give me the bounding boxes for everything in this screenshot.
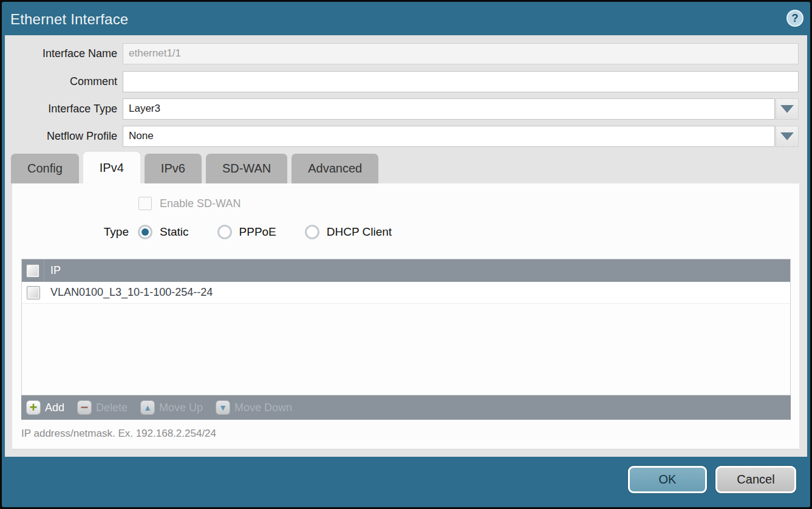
tab-strip: Config IPv4 IPv6 SD-WAN Advanced [11, 154, 378, 183]
ethernet-interface-dialog: Ethernet Interface ? Interface Name Comm… [2, 2, 810, 507]
move-up-button[interactable]: ▲ Move Up [140, 400, 203, 415]
tab-config[interactable]: Config [11, 154, 79, 183]
netflow-profile-label: Netflow Profile [5, 130, 123, 143]
comment-field[interactable] [123, 71, 799, 92]
ipv4-panel: Enable SD-WAN Type Static PPPoE DHCP Cli… [12, 183, 799, 449]
pppoe-radio[interactable] [217, 225, 232, 239]
dhcp-client-radio-label: DHCP Client [327, 225, 392, 239]
select-all-checkbox[interactable] [26, 264, 39, 278]
interface-type-row: Interface Type Layer3 [5, 98, 807, 120]
enable-sdwan-checkbox [138, 197, 152, 210]
interface-type-label: Interface Type [5, 103, 123, 115]
table-row[interactable]: VLAN0100_L3_10-1-100-254--24 [22, 282, 790, 304]
tab-sdwan[interactable]: SD-WAN [206, 154, 287, 183]
tab-ipv6[interactable]: IPv6 [145, 154, 202, 183]
type-option-pppoe: PPPoE [217, 225, 276, 239]
interface-name-field [123, 43, 799, 64]
arrow-down-icon: ▼ [216, 400, 230, 415]
interface-name-row: Interface Name [5, 43, 807, 64]
delete-button[interactable]: − Delete [77, 400, 128, 415]
comment-row: Comment [5, 70, 807, 92]
table-toolbar: + Add − Delete ▲ Move Up ▼ Move Down [21, 395, 791, 420]
chevron-down-icon [780, 105, 794, 113]
netflow-profile-select[interactable]: None [123, 126, 775, 147]
static-radio[interactable] [138, 225, 152, 239]
interface-type-select[interactable]: Layer3 [123, 98, 775, 120]
plus-icon: + [26, 400, 41, 415]
type-option-dhcp: DHCP Client [305, 225, 392, 239]
dhcp-client-radio[interactable] [305, 225, 319, 239]
enable-sdwan-label: Enable SD-WAN [160, 197, 241, 210]
ip-entry-text: VLAN0100_L3_10-1-100-254--24 [44, 286, 213, 299]
dialog-title: Ethernet Interface [10, 11, 128, 28]
enable-sdwan-row: Enable SD-WAN [138, 197, 241, 210]
netflow-profile-row: Netflow Profile None [5, 125, 807, 147]
ip-table-header: IP [22, 259, 790, 282]
interface-type-dropdown-button[interactable] [776, 98, 799, 120]
type-row: Type Static PPPoE DHCP Client [12, 225, 392, 239]
row-checkbox[interactable] [27, 286, 40, 299]
ip-format-hint: IP address/netmask. Ex. 192.168.2.254/24 [21, 428, 216, 440]
minus-icon: − [77, 400, 92, 415]
tab-advanced[interactable]: Advanced [292, 154, 378, 183]
ok-button[interactable]: OK [628, 466, 707, 493]
pppoe-radio-label: PPPoE [239, 225, 276, 239]
chevron-down-icon [780, 132, 794, 140]
netflow-profile-dropdown-button[interactable] [776, 126, 799, 147]
move-down-button[interactable]: ▼ Move Down [216, 400, 292, 415]
dialog-body: Interface Name Comment Interface Type La… [5, 35, 807, 457]
type-option-static: Static [138, 225, 189, 239]
ip-table: IP VLAN0100_L3_10-1-100-254--24 [21, 259, 791, 395]
dialog-footer: OK Cancel [2, 457, 810, 507]
help-icon[interactable]: ? [786, 10, 803, 27]
static-radio-label: Static [160, 225, 189, 239]
title-bar: Ethernet Interface ? [2, 2, 810, 35]
comment-label: Comment [5, 75, 123, 88]
type-label: Type [12, 225, 129, 239]
tab-ipv4[interactable]: IPv4 [83, 152, 140, 183]
interface-name-label: Interface Name [5, 47, 123, 60]
cancel-button[interactable]: Cancel [715, 466, 796, 493]
arrow-up-icon: ▲ [140, 400, 155, 415]
add-button[interactable]: + Add [26, 400, 64, 415]
ip-column-header[interactable]: IP [44, 264, 61, 277]
